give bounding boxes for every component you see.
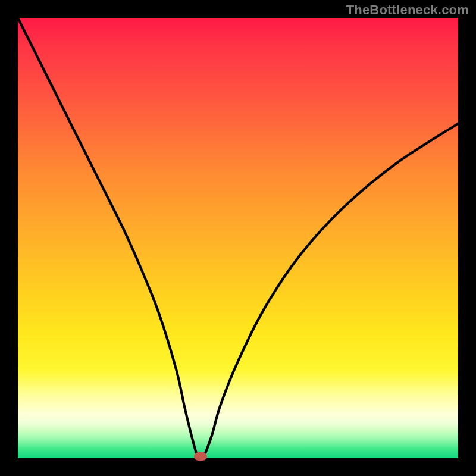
- watermark-text: TheBottleneck.com: [346, 2, 469, 18]
- bottleneck-curve: [18, 18, 458, 458]
- outer-frame: TheBottleneck.com: [0, 0, 476, 476]
- plot-area: [18, 18, 458, 458]
- minimum-marker: [194, 452, 207, 461]
